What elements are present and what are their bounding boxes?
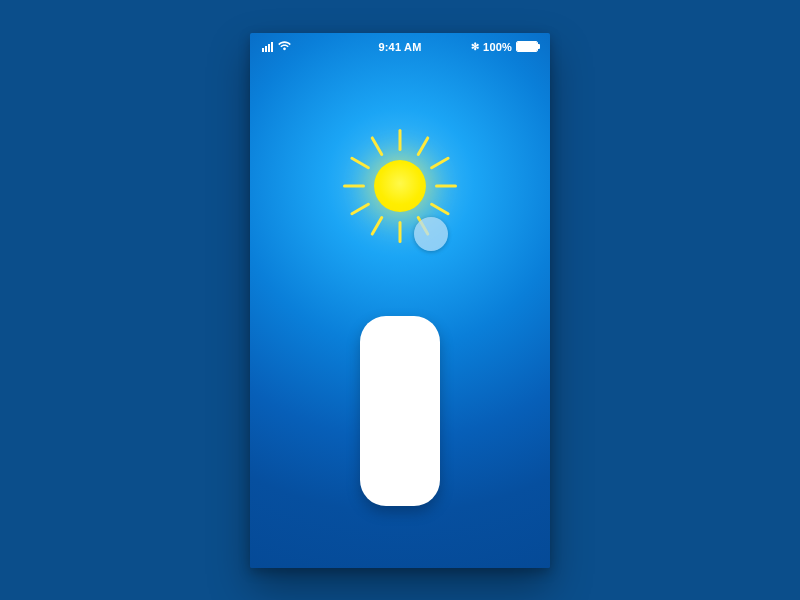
- sun-ray: [350, 202, 371, 216]
- status-right: ✻ 100%: [471, 41, 538, 53]
- sun-ray: [416, 135, 430, 156]
- battery-percent: 100%: [483, 41, 512, 53]
- sun-icon: [330, 116, 470, 256]
- phone-screen: 9:41 AM ✻ 100%: [250, 33, 550, 568]
- sun-ray: [430, 202, 451, 216]
- sun-ray: [343, 184, 365, 187]
- sun-ray: [370, 135, 384, 156]
- sun-ray: [350, 156, 371, 170]
- status-bar: 9:41 AM ✻ 100%: [250, 41, 550, 57]
- battery-icon: [516, 41, 538, 52]
- sun-ray: [435, 184, 457, 187]
- sun-core: [374, 160, 426, 212]
- bluetooth-icon: ✻: [471, 41, 479, 52]
- sun-ray: [430, 156, 451, 170]
- brightness-slider[interactable]: [360, 316, 440, 506]
- sun-ray: [399, 129, 402, 151]
- sun-ray: [399, 221, 402, 243]
- sun-ray: [370, 215, 384, 236]
- touch-indicator: [414, 217, 448, 251]
